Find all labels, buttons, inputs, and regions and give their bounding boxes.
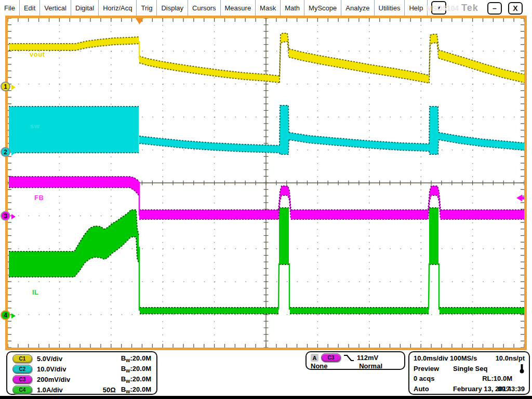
thermometer-icon [519, 364, 525, 374]
channel-row-c1: C1 5.0V/div BW:20.0M [12, 353, 151, 364]
channel-scale-c4: 1.0A/div [37, 386, 63, 394]
menu-item-vertical[interactable]: Vertical [40, 0, 71, 16]
menu-item-trig[interactable]: Trig [137, 0, 156, 16]
trace-band-ch4-il [290, 308, 429, 314]
channel-badge-1[interactable]: 1 [1, 82, 10, 91]
trace-band-ch4-il [429, 208, 438, 264]
trace-band-ch2-sw [429, 107, 438, 154]
trigger-level-arrow-tail [522, 197, 524, 200]
trace-line-ch4-il [278, 263, 279, 310]
model-label: MSO5104 [426, 4, 459, 12]
acq-count: 0 acqs [414, 375, 434, 382]
horizontal-readout-panel: 10.0ms/div 100MS/s 10.0ns/pt Preview Sin… [408, 351, 530, 395]
trace-edge-ch3-fb [9, 188, 139, 195]
channel-scale-c3: 200mV/div [37, 376, 70, 383]
menu-item-mask[interactable]: Mask [256, 0, 280, 16]
trace-label-sw[interactable]: sw [30, 122, 39, 130]
falling-edge-icon [343, 354, 354, 362]
badge-arrow-3 [11, 214, 16, 219]
close-button[interactable]: X [508, 2, 523, 15]
channel-pill-c3[interactable]: C3 [12, 375, 32, 384]
trace-band-ch1-vout [9, 37, 139, 50]
trigger-holdoff: None [311, 362, 328, 370]
badge-arrow-2 [11, 150, 16, 155]
bandwidth-c4: BW:20.0M [121, 385, 151, 394]
badge-arrow-1 [11, 85, 16, 90]
trigger-level: 112mV [357, 354, 378, 362]
channel-scale-c1: 5.0V/div [37, 355, 62, 363]
channel-row-c2: C2 10.0V/div BW:20.0M [12, 364, 151, 374]
acq-status: Preview [414, 365, 439, 373]
trace-band-ch2-sw [280, 105, 289, 154]
trace-band-ch4-il [9, 210, 139, 277]
trace-band-ch4-il [279, 208, 289, 264]
timebase: 10.0ms/div 100MS/s [414, 354, 477, 362]
acq-sequence: Single Seq [453, 365, 487, 373]
minimize-button[interactable]: – [487, 2, 502, 15]
channel-badge-2[interactable]: 2 [1, 147, 10, 157]
trace-band-ch4-il [440, 308, 524, 314]
menu-item-cursors[interactable]: Cursors [188, 0, 220, 16]
menu-item-utilities[interactable]: Utilities [375, 0, 405, 16]
channel-pill-c1[interactable]: C1 [12, 354, 32, 363]
menu-item-analyze[interactable]: Analyze [341, 0, 374, 16]
graticule-frame: vout sw FB IL 1234 [5, 16, 527, 350]
channel-row-c4: C4 1.0A/div 50Ω BW:20.0M [12, 384, 151, 395]
trace-band-ch3-fb [9, 177, 139, 195]
channel-readout-panel: C1 5.0V/div BW:20.0M C2 10.0V/div BW:20.… [6, 351, 157, 395]
menu-item-digital[interactable]: Digital [71, 0, 98, 16]
trace-band-ch3-fb [441, 210, 524, 219]
trace-band-ch3-fb [291, 210, 428, 219]
menu-item-measure[interactable]: Measure [221, 0, 256, 16]
menu-item-myscope[interactable]: MyScope [304, 0, 341, 16]
trigger-readout-panel: A C3 112mV None Normal [305, 351, 405, 370]
trace-label-vout[interactable]: vout [30, 50, 45, 58]
menu-item-help[interactable]: Help [405, 0, 427, 16]
trace-band-ch4-il [140, 308, 278, 314]
impedance-c4: 50Ω [103, 386, 116, 394]
menu-item-horiz-acq[interactable]: Horiz/Acq [99, 0, 136, 16]
readout-bar: C1 5.0V/div BW:20.0M C2 10.0V/div BW:20.… [0, 350, 532, 396]
menu-item-math[interactable]: Math [281, 0, 304, 16]
trace-label-fb[interactable]: FB [34, 194, 44, 202]
trace-line-ch4-il [429, 263, 429, 310]
date-readout: February 13, 2017 [453, 385, 510, 393]
trace-band-ch1-vout [429, 34, 438, 83]
menu-item-file[interactable]: File [0, 0, 19, 16]
trace-edge-ch1-vout [429, 43, 438, 83]
menu-item-edit[interactable]: Edit [20, 0, 39, 16]
waveform-display[interactable] [8, 18, 524, 348]
tek-logo: Tek [461, 3, 478, 14]
trace-band-ch1-vout [438, 50, 524, 83]
trace-band-ch2-sw [9, 107, 139, 153]
trigger-auto-mode: Auto [414, 385, 429, 393]
record-length: RL:10.0M [482, 375, 525, 382]
badge-arrow-4 [11, 313, 16, 318]
trace-band-ch1-vout [139, 56, 280, 83]
channel-badge-4[interactable]: 4 [1, 310, 10, 320]
trace-edge-ch1-vout [280, 42, 289, 83]
trigger-source-pill[interactable]: C3 [321, 353, 341, 362]
menu-item-display[interactable]: Display [157, 0, 188, 16]
channel-pill-c2[interactable]: C2 [12, 365, 32, 374]
bandwidth-c3: BW:20.0M [121, 375, 151, 384]
bandwidth-c1: BW:20.0M [121, 354, 151, 363]
channel-scale-c2: 10.0V/div [37, 365, 66, 373]
channel-pill-c4[interactable]: C4 [12, 385, 32, 394]
oscilloscope-screen: FileEditVerticalDigitalHoriz/AcqTrigDisp… [0, 0, 532, 399]
trace-band-ch2-sw [438, 132, 524, 150]
channel-row-c3: C3 200mV/div BW:20.0M [12, 374, 151, 384]
bandwidth-c2: BW:20.0M [121, 365, 151, 374]
trigger-level-arrow[interactable] [516, 195, 522, 202]
trace-band-ch3-fb [139, 210, 278, 219]
bottom-strip [0, 396, 532, 399]
trace-label-il[interactable]: IL [32, 288, 39, 296]
trace-band-ch1-vout [280, 33, 289, 83]
sample-resolution: 10.0ns/pt [496, 354, 525, 362]
channel-badge-3[interactable]: 3 [1, 211, 10, 221]
trace-band-ch1-vout [289, 49, 429, 83]
trigger-a-chip: A [311, 354, 318, 362]
trigger-mode: Normal [359, 362, 382, 370]
